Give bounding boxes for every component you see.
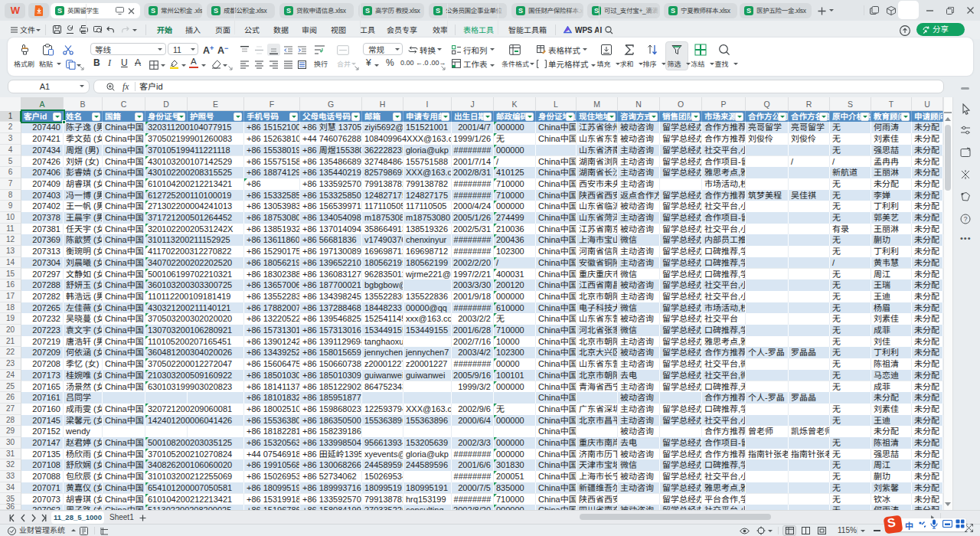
svg-text:?: ?	[964, 215, 968, 223]
